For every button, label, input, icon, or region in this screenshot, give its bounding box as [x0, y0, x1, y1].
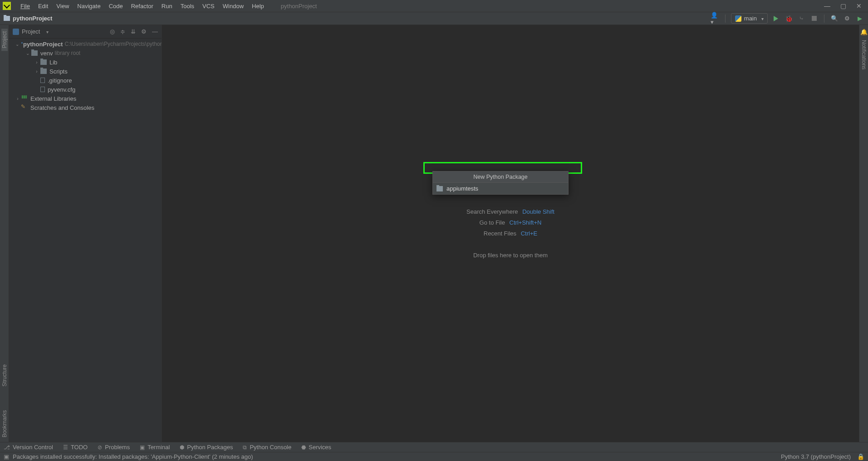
chevron-down-icon [15, 42, 19, 47]
hint-label: Drop files here to open them [473, 252, 548, 259]
right-tool-gutter: 🔔 Notifications [859, 25, 868, 442]
editor-empty-area[interactable]: Search Everywhere Double Shift Go to Fil… [162, 25, 859, 442]
settings-gear-icon[interactable]: ⚙ [141, 28, 147, 35]
window-close-button[interactable]: ✕ [856, 2, 862, 10]
stop-icon [812, 16, 817, 21]
package-name-input[interactable] [446, 185, 564, 192]
tree-pyvenv-file[interactable]: pyvenv.cfg [9, 85, 162, 94]
tree-label: pyvenv.cfg [48, 86, 75, 93]
menu-code[interactable]: Code [105, 1, 127, 11]
tool-services[interactable]: ⬣Services [301, 444, 331, 451]
hint-label: Go to File [480, 219, 505, 226]
window-minimize-button[interactable]: — [824, 2, 830, 10]
hint-drop-files: Drop files here to open them [466, 252, 554, 259]
debug-button[interactable]: 🐞 [784, 14, 793, 23]
warning-icon: ⊘ [98, 444, 102, 451]
python-icon [735, 15, 741, 22]
tree-external-libraries[interactable]: External Libraries [9, 94, 162, 103]
scratch-icon [21, 105, 28, 110]
folder-icon [40, 69, 47, 74]
chevron-right-icon [34, 69, 39, 74]
left-gutter-bookmarks-tab[interactable]: Bookmarks [1, 407, 8, 440]
stop-button[interactable] [809, 14, 819, 23]
run-with-coverage-button[interactable]: ⤷ [797, 14, 806, 23]
search-everywhere-button[interactable]: 🔍 [830, 14, 839, 23]
tree-gitignore-file[interactable]: .gitignore [9, 76, 162, 85]
branch-icon: ⎇ [4, 444, 10, 451]
code-with-me-button[interactable]: 👤▾ [711, 14, 720, 23]
tree-scratches[interactable]: Scratches and Consoles [9, 103, 162, 112]
tool-python-console[interactable]: ⧉Python Console [243, 444, 291, 451]
menu-window[interactable]: Window [219, 1, 248, 11]
right-gutter-notifications-tab[interactable]: Notifications [861, 37, 867, 72]
tree-root-project[interactable]: pythonProject C:\Users\naben\PycharmProj… [9, 39, 162, 49]
tool-label: Terminal [147, 444, 170, 451]
run-anything-button[interactable]: ▶ [855, 14, 864, 23]
main-area: Project Structure Bookmarks Project ◎ ≑ … [0, 25, 868, 442]
tree-lib-folder[interactable]: Lib [9, 58, 162, 67]
status-lock-icon[interactable]: 🔒 [857, 453, 864, 460]
hint-label: Recent Files [484, 230, 516, 237]
folder-icon [436, 186, 443, 191]
tool-label: Python Packages [187, 444, 233, 451]
pycharm-app-icon [3, 2, 11, 10]
tool-terminal[interactable]: ▣Terminal [140, 444, 170, 451]
chevron-down-icon [760, 15, 764, 22]
bell-icon[interactable]: 🔔 [860, 29, 868, 35]
menu-file[interactable]: File [16, 1, 34, 11]
chevron-down-icon [25, 51, 30, 56]
menu-vcs[interactable]: VCS [198, 1, 219, 11]
tree-venv-folder[interactable]: venv library root [9, 49, 162, 58]
tool-label: Version Control [13, 444, 53, 451]
tool-version-control[interactable]: ⎇Version Control [4, 444, 53, 451]
select-opened-file-icon[interactable]: ◎ [110, 28, 115, 35]
run-button[interactable] [771, 14, 780, 23]
tool-label: Services [309, 444, 331, 451]
run-configuration-selector[interactable]: main [731, 13, 768, 24]
menu-tools[interactable]: Tools [177, 1, 198, 11]
tree-label: .gitignore [48, 77, 72, 84]
left-gutter-project-tab[interactable]: Project [1, 29, 8, 51]
play-icon [774, 16, 778, 21]
services-icon: ⬣ [301, 444, 306, 451]
menu-refactor[interactable]: Refactor [127, 1, 157, 11]
run-config-name: main [744, 15, 757, 22]
project-panel-title[interactable]: Project [13, 28, 49, 35]
menu-run[interactable]: Run [157, 1, 177, 11]
status-interpreter[interactable]: Python 3.7 (pythonProject) [781, 453, 851, 460]
tool-todo[interactable]: ☰TODO [63, 444, 88, 451]
chevron-right-icon [34, 60, 39, 65]
collapse-all-icon[interactable]: ⇊ [131, 28, 136, 35]
window-maximize-button[interactable]: ▢ [840, 2, 846, 10]
settings-button[interactable]: ⚙ [843, 14, 852, 23]
menu-edit[interactable]: Edit [34, 1, 52, 11]
tree-scripts-folder[interactable]: Scripts [9, 67, 162, 76]
breadcrumb[interactable]: pythonProject [13, 15, 52, 22]
tree-label: Scratches and Consoles [30, 104, 94, 111]
project-icon [13, 29, 19, 35]
tool-problems[interactable]: ⊘Problems [98, 444, 130, 451]
navigation-bar: pythonProject 👤▾ main 🐞 ⤷ 🔍 ⚙ ▶ [0, 12, 868, 25]
tool-label: TODO [71, 444, 88, 451]
hint-recent-files: Recent Files Ctrl+E [466, 230, 554, 237]
tool-label: Python Console [250, 444, 291, 451]
project-panel-title-text: Project [22, 28, 40, 35]
hide-panel-icon[interactable]: — [152, 28, 158, 35]
project-panel-header: Project ◎ ≑ ⇊ ⚙ — [9, 25, 162, 39]
left-gutter-structure-tab[interactable]: Structure [1, 362, 8, 389]
menu-navigate[interactable]: Navigate [73, 1, 104, 11]
tree-label: Lib [49, 59, 57, 66]
menu-view[interactable]: View [52, 1, 73, 11]
bottom-tool-strip: ⎇Version Control ☰TODO ⊘Problems ▣Termin… [0, 442, 868, 452]
tree-path-text: C:\Users\naben\PycharmProjects\pythonP [64, 41, 162, 47]
expand-all-icon[interactable]: ≑ [120, 28, 125, 35]
libraries-icon [21, 96, 28, 101]
tool-window-toggle-icon[interactable]: ▣ [4, 453, 9, 460]
hint-search-everywhere: Search Everywhere Double Shift [466, 208, 554, 215]
tool-python-packages[interactable]: ⬢Python Packages [180, 444, 233, 451]
project-tree[interactable]: pythonProject C:\Users\naben\PycharmProj… [9, 39, 162, 442]
chevron-right-icon [15, 96, 20, 101]
package-icon: ⬢ [180, 444, 184, 451]
hint-go-to-file: Go to File Ctrl+Shift+N [466, 219, 554, 226]
menu-help[interactable]: Help [248, 1, 268, 11]
